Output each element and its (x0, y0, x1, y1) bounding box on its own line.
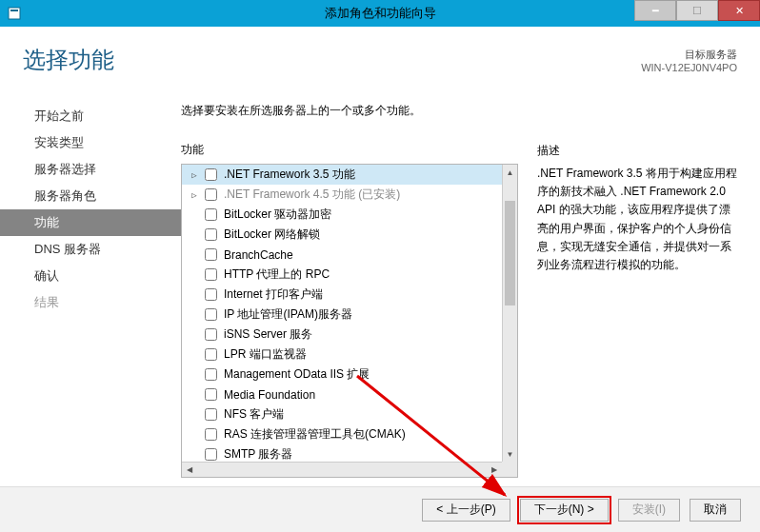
wizard-step[interactable]: 结果 (0, 289, 181, 316)
horizontal-scrollbar[interactable]: ◀ ▶ (182, 462, 502, 477)
feature-label: .NET Framework 3.5 功能 (224, 167, 355, 183)
feature-item[interactable]: ▷NFS 客户端 (182, 404, 502, 424)
scroll-down-icon[interactable]: ▼ (503, 446, 517, 462)
target-server-label: 目标服务器 (641, 48, 737, 62)
feature-item[interactable]: ▷IP 地址管理(IPAM)服务器 (182, 305, 502, 325)
minimize-button[interactable]: ━ (634, 0, 676, 21)
feature-checkbox[interactable] (205, 408, 217, 421)
feature-label: .NET Framework 4.5 功能 (已安装) (224, 187, 400, 203)
feature-checkbox[interactable] (205, 428, 217, 441)
wizard-step[interactable]: DNS 服务器 (0, 236, 181, 263)
feature-checkbox[interactable] (205, 268, 217, 281)
feature-item[interactable]: ▷.NET Framework 3.5 功能 (182, 165, 502, 185)
feature-label: Media Foundation (224, 388, 315, 402)
feature-label: iSNS Server 服务 (224, 326, 312, 343)
feature-checkbox[interactable] (205, 248, 217, 261)
feature-checkbox[interactable] (205, 228, 217, 241)
feature-checkbox[interactable] (205, 308, 217, 321)
scroll-thumb[interactable] (505, 201, 515, 305)
expand-icon[interactable]: ▷ (188, 190, 201, 200)
wizard-step[interactable]: 安装类型 (0, 129, 181, 156)
svg-rect-1 (10, 10, 18, 11)
feature-label: BitLocker 驱动器加密 (224, 207, 331, 223)
page-header: 选择功能 目标服务器 WIN-V12EJ0NV4PO (0, 27, 760, 93)
wizard-step[interactable]: 服务器选择 (0, 156, 181, 183)
description-heading: 描述 (537, 143, 737, 159)
feature-item[interactable]: ▷Media Foundation (182, 384, 502, 404)
close-button[interactable]: ✕ (718, 0, 760, 21)
previous-button[interactable]: < 上一步(P) (422, 499, 510, 522)
svg-rect-0 (9, 8, 20, 19)
feature-label: Internet 打印客户端 (224, 286, 323, 303)
wizard-step[interactable]: 服务器角色 (0, 183, 181, 209)
feature-label: IP 地址管理(IPAM)服务器 (224, 306, 352, 323)
feature-item[interactable]: ▷BranchCache (182, 245, 502, 265)
page-title: 选择功能 (23, 45, 114, 75)
vertical-scrollbar[interactable]: ▲ ▼ (502, 165, 517, 462)
target-server-block: 目标服务器 WIN-V12EJ0NV4PO (641, 48, 737, 73)
scroll-up-icon[interactable]: ▲ (503, 165, 517, 180)
feature-checkbox[interactable] (205, 388, 217, 401)
target-server-value: WIN-V12EJ0NV4PO (641, 62, 737, 73)
wizard-step[interactable]: 确认 (0, 263, 181, 289)
feature-label: HTTP 代理上的 RPC (224, 266, 330, 283)
cancel-button[interactable]: 取消 (690, 499, 741, 522)
window-title: 添加角色和功能向导 (325, 5, 436, 22)
scroll-left-icon[interactable]: ◀ (182, 463, 197, 477)
feature-item[interactable]: ▷LPR 端口监视器 (182, 345, 502, 365)
feature-checkbox[interactable] (205, 208, 217, 221)
feature-item[interactable]: ▷Management OData IIS 扩展 (182, 365, 502, 384)
feature-item[interactable]: ▷BitLocker 驱动器加密 (182, 205, 502, 225)
wizard-step[interactable]: 功能 (0, 209, 181, 236)
feature-checkbox[interactable] (205, 328, 217, 341)
wizard-footer: < 上一步(P) 下一步(N) > 安装(I) 取消 (0, 486, 760, 532)
feature-checkbox[interactable] (205, 348, 217, 361)
app-icon (4, 3, 25, 24)
features-heading: 功能 (181, 142, 518, 158)
feature-item[interactable]: ▷BitLocker 网络解锁 (182, 225, 502, 245)
description-text: .NET Framework 3.5 将用于构建应用程序的新技术融入 .NET … (537, 165, 737, 274)
feature-checkbox[interactable] (205, 188, 217, 201)
feature-label: BitLocker 网络解锁 (224, 227, 320, 243)
feature-checkbox[interactable] (205, 288, 217, 301)
feature-item[interactable]: ▷Internet 打印客户端 (182, 285, 502, 305)
feature-item[interactable]: ▷.NET Framework 4.5 功能 (已安装) (182, 185, 502, 205)
maximize-button[interactable]: ☐ (676, 0, 718, 21)
feature-item[interactable]: ▷iSNS Server 服务 (182, 325, 502, 345)
scroll-corner (502, 462, 517, 477)
feature-label: BranchCache (224, 248, 293, 262)
feature-label: RAS 连接管理器管理工具包(CMAK) (224, 426, 406, 443)
feature-label: LPR 端口监视器 (224, 346, 307, 363)
features-tree[interactable]: ▷.NET Framework 3.5 功能▷.NET Framework 4.… (181, 164, 518, 478)
feature-checkbox[interactable] (205, 448, 217, 461)
next-button[interactable]: 下一步(N) > (520, 499, 609, 522)
feature-item[interactable]: ▷HTTP 代理上的 RPC (182, 265, 502, 285)
intro-text: 选择要安装在所选服务器上的一个或多个功能。 (181, 103, 518, 119)
scroll-right-icon[interactable]: ▶ (487, 463, 502, 477)
feature-label: SMTP 服务器 (224, 446, 292, 462)
wizard-steps: 开始之前安装类型服务器选择服务器角色功能DNS 服务器确认结果 (0, 27, 181, 486)
wizard-step[interactable]: 开始之前 (0, 103, 181, 129)
install-button[interactable]: 安装(I) (618, 499, 680, 522)
feature-label: Management OData IIS 扩展 (224, 366, 370, 383)
feature-item[interactable]: ▷SMTP 服务器 (182, 444, 502, 462)
title-bar: 添加角色和功能向导 ━ ☐ ✕ (0, 0, 760, 27)
expand-icon[interactable]: ▷ (188, 170, 201, 180)
feature-checkbox[interactable] (205, 368, 217, 381)
feature-label: NFS 客户端 (224, 406, 284, 423)
feature-item[interactable]: ▷RAS 连接管理器管理工具包(CMAK) (182, 424, 502, 444)
feature-checkbox[interactable] (205, 168, 217, 181)
